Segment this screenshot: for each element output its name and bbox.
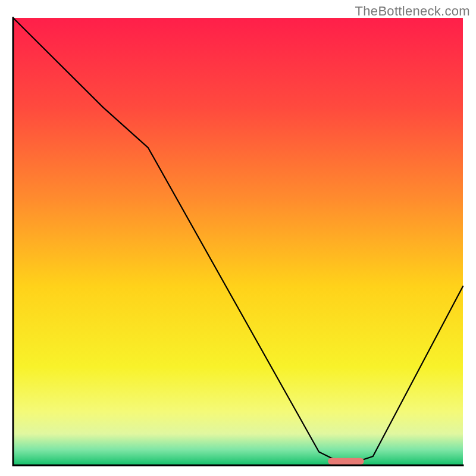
chart-container: TheBottleneck.com — [0, 0, 476, 476]
plot-area — [11, 17, 465, 469]
chart-svg — [11, 17, 465, 469]
svg-rect-1 — [328, 458, 364, 465]
